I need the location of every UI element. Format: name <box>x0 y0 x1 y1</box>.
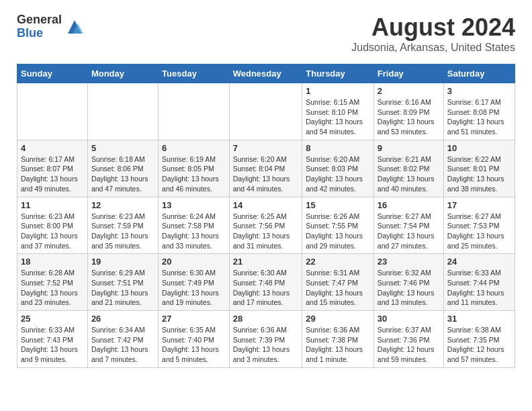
day-number: 23 <box>378 257 440 267</box>
col-saturday: Saturday <box>443 64 515 83</box>
calendar-cell: 3Sunrise: 6:17 AM Sunset: 8:08 PM Daylig… <box>443 83 515 140</box>
day-number: 16 <box>378 200 440 210</box>
calendar-cell: 5Sunrise: 6:18 AM Sunset: 8:06 PM Daylig… <box>87 140 158 197</box>
location: Judsonia, Arkansas, United States <box>351 42 515 54</box>
day-info: Sunrise: 6:20 AM Sunset: 8:03 PM Dayligh… <box>306 154 370 194</box>
col-tuesday: Tuesday <box>159 64 230 83</box>
day-number: 7 <box>233 143 299 153</box>
day-info: Sunrise: 6:28 AM Sunset: 7:52 PM Dayligh… <box>21 268 84 308</box>
calendar-cell: 29Sunrise: 6:36 AM Sunset: 7:38 PM Dayli… <box>302 311 374 368</box>
calendar-cell: 21Sunrise: 6:30 AM Sunset: 7:48 PM Dayli… <box>229 254 302 311</box>
day-info: Sunrise: 6:32 AM Sunset: 7:46 PM Dayligh… <box>378 268 440 308</box>
calendar-header: Sunday Monday Tuesday Wednesday Thursday… <box>17 64 515 83</box>
calendar-cell: 14Sunrise: 6:25 AM Sunset: 7:56 PM Dayli… <box>229 197 302 254</box>
calendar-week-4: 25Sunrise: 6:33 AM Sunset: 7:43 PM Dayli… <box>17 311 515 368</box>
calendar-week-0: 1Sunrise: 6:15 AM Sunset: 8:10 PM Daylig… <box>17 83 515 140</box>
day-number: 17 <box>447 200 511 210</box>
day-info: Sunrise: 6:17 AM Sunset: 8:08 PM Dayligh… <box>447 97 511 137</box>
logo-icon <box>64 17 85 37</box>
calendar-cell <box>87 83 158 140</box>
col-thursday: Thursday <box>302 64 374 83</box>
day-info: Sunrise: 6:16 AM Sunset: 8:09 PM Dayligh… <box>378 97 440 137</box>
calendar-table: Sunday Monday Tuesday Wednesday Thursday… <box>17 64 515 368</box>
day-info: Sunrise: 6:22 AM Sunset: 8:01 PM Dayligh… <box>447 154 511 194</box>
calendar-cell: 10Sunrise: 6:22 AM Sunset: 8:01 PM Dayli… <box>443 140 515 197</box>
day-number: 12 <box>91 200 154 210</box>
day-info: Sunrise: 6:15 AM Sunset: 8:10 PM Dayligh… <box>306 97 370 137</box>
day-number: 6 <box>162 143 226 153</box>
calendar-cell: 31Sunrise: 6:38 AM Sunset: 7:35 PM Dayli… <box>443 311 515 368</box>
day-number: 18 <box>21 257 84 267</box>
day-number: 8 <box>306 143 370 153</box>
day-info: Sunrise: 6:30 AM Sunset: 7:49 PM Dayligh… <box>162 268 226 308</box>
day-info: Sunrise: 6:27 AM Sunset: 7:54 PM Dayligh… <box>378 212 440 251</box>
calendar-cell: 6Sunrise: 6:19 AM Sunset: 8:05 PM Daylig… <box>159 140 230 197</box>
col-monday: Monday <box>87 64 158 83</box>
calendar-cell: 17Sunrise: 6:27 AM Sunset: 7:53 PM Dayli… <box>443 197 515 254</box>
calendar-cell: 30Sunrise: 6:37 AM Sunset: 7:36 PM Dayli… <box>373 311 443 368</box>
logo-blue: Blue <box>17 27 62 40</box>
day-info: Sunrise: 6:36 AM Sunset: 7:38 PM Dayligh… <box>306 325 370 365</box>
day-info: Sunrise: 6:23 AM Sunset: 7:59 PM Dayligh… <box>91 212 154 251</box>
day-number: 13 <box>162 200 226 210</box>
day-info: Sunrise: 6:17 AM Sunset: 8:07 PM Dayligh… <box>21 154 84 194</box>
calendar-cell: 23Sunrise: 6:32 AM Sunset: 7:46 PM Dayli… <box>373 254 443 311</box>
calendar-cell: 1Sunrise: 6:15 AM Sunset: 8:10 PM Daylig… <box>302 83 374 140</box>
calendar-cell <box>17 83 88 140</box>
day-info: Sunrise: 6:33 AM Sunset: 7:44 PM Dayligh… <box>447 268 511 308</box>
day-info: Sunrise: 6:18 AM Sunset: 8:06 PM Dayligh… <box>91 154 154 194</box>
day-number: 27 <box>162 314 226 324</box>
day-info: Sunrise: 6:26 AM Sunset: 7:55 PM Dayligh… <box>306 212 370 251</box>
day-info: Sunrise: 6:27 AM Sunset: 7:53 PM Dayligh… <box>447 212 511 251</box>
calendar-cell: 28Sunrise: 6:36 AM Sunset: 7:39 PM Dayli… <box>229 311 302 368</box>
day-info: Sunrise: 6:23 AM Sunset: 8:00 PM Dayligh… <box>21 212 84 251</box>
day-number: 3 <box>447 86 511 96</box>
calendar-cell: 12Sunrise: 6:23 AM Sunset: 7:59 PM Dayli… <box>87 197 158 254</box>
day-number: 21 <box>233 257 299 267</box>
calendar-cell: 11Sunrise: 6:23 AM Sunset: 8:00 PM Dayli… <box>17 197 88 254</box>
day-info: Sunrise: 6:20 AM Sunset: 8:04 PM Dayligh… <box>233 154 299 194</box>
calendar-cell: 22Sunrise: 6:31 AM Sunset: 7:47 PM Dayli… <box>302 254 374 311</box>
day-number: 31 <box>447 314 511 324</box>
logo-text: General Blue <box>17 13 62 40</box>
title-area: August 2024 Judsonia, Arkansas, United S… <box>351 13 515 54</box>
calendar-cell: 4Sunrise: 6:17 AM Sunset: 8:07 PM Daylig… <box>17 140 88 197</box>
calendar-cell: 27Sunrise: 6:35 AM Sunset: 7:40 PM Dayli… <box>159 311 230 368</box>
day-info: Sunrise: 6:31 AM Sunset: 7:47 PM Dayligh… <box>306 268 370 308</box>
calendar-cell: 8Sunrise: 6:20 AM Sunset: 8:03 PM Daylig… <box>302 140 374 197</box>
day-number: 29 <box>306 314 370 324</box>
calendar-cell: 2Sunrise: 6:16 AM Sunset: 8:09 PM Daylig… <box>373 83 443 140</box>
day-number: 4 <box>21 143 84 153</box>
calendar-cell <box>229 83 302 140</box>
day-number: 30 <box>378 314 440 324</box>
calendar-cell: 18Sunrise: 6:28 AM Sunset: 7:52 PM Dayli… <box>17 254 88 311</box>
day-number: 15 <box>306 200 370 210</box>
logo-general: General <box>17 13 62 27</box>
calendar-cell: 20Sunrise: 6:30 AM Sunset: 7:49 PM Dayli… <box>159 254 230 311</box>
day-number: 22 <box>306 257 370 267</box>
col-friday: Friday <box>373 64 443 83</box>
day-info: Sunrise: 6:33 AM Sunset: 7:43 PM Dayligh… <box>21 325 84 365</box>
calendar-week-2: 11Sunrise: 6:23 AM Sunset: 8:00 PM Dayli… <box>17 197 515 254</box>
calendar-cell: 24Sunrise: 6:33 AM Sunset: 7:44 PM Dayli… <box>443 254 515 311</box>
calendar-cell: 15Sunrise: 6:26 AM Sunset: 7:55 PM Dayli… <box>302 197 374 254</box>
day-info: Sunrise: 6:21 AM Sunset: 8:02 PM Dayligh… <box>378 154 440 194</box>
day-info: Sunrise: 6:34 AM Sunset: 7:42 PM Dayligh… <box>91 325 154 365</box>
calendar-week-1: 4Sunrise: 6:17 AM Sunset: 8:07 PM Daylig… <box>17 140 515 197</box>
day-info: Sunrise: 6:35 AM Sunset: 7:40 PM Dayligh… <box>162 325 226 365</box>
col-sunday: Sunday <box>17 64 88 83</box>
day-number: 26 <box>91 314 154 324</box>
day-info: Sunrise: 6:19 AM Sunset: 8:05 PM Dayligh… <box>162 154 226 194</box>
calendar-cell: 19Sunrise: 6:29 AM Sunset: 7:51 PM Dayli… <box>87 254 158 311</box>
day-number: 5 <box>91 143 154 153</box>
day-number: 28 <box>233 314 299 324</box>
day-number: 25 <box>21 314 84 324</box>
day-number: 19 <box>91 257 154 267</box>
day-info: Sunrise: 6:37 AM Sunset: 7:36 PM Dayligh… <box>378 325 440 365</box>
day-number: 10 <box>447 143 511 153</box>
day-info: Sunrise: 6:29 AM Sunset: 7:51 PM Dayligh… <box>91 268 154 308</box>
day-number: 2 <box>378 86 440 96</box>
day-info: Sunrise: 6:36 AM Sunset: 7:39 PM Dayligh… <box>233 325 299 365</box>
logo: General Blue <box>17 13 85 40</box>
calendar-cell: 26Sunrise: 6:34 AM Sunset: 7:42 PM Dayli… <box>87 311 158 368</box>
